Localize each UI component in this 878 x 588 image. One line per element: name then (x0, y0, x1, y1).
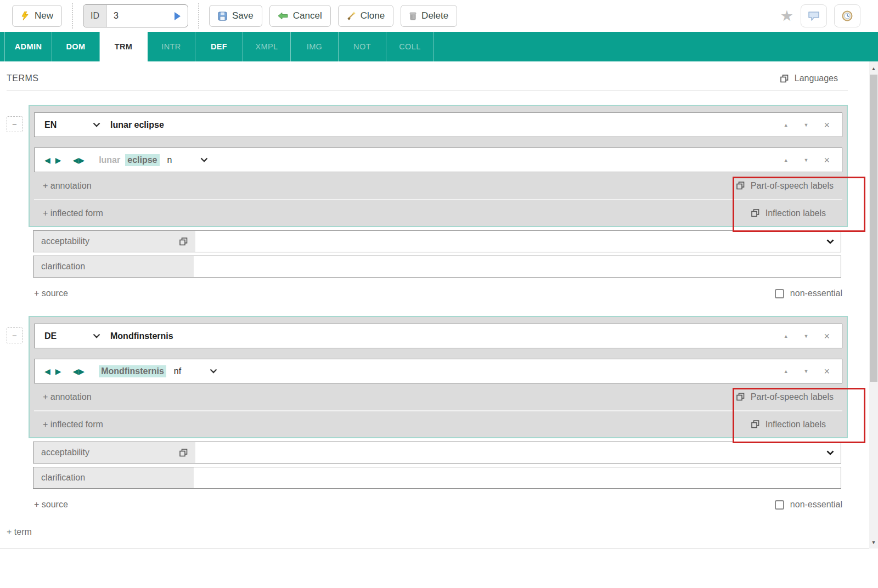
comments-button[interactable] (801, 4, 827, 27)
lemma-row: ◀ ▶ ◀ ▶ lunar eclipse n ▲ ▼ × (34, 148, 842, 172)
languages-link[interactable]: Languages (780, 74, 848, 83)
clone-button[interactable]: Clone (338, 5, 393, 27)
term-text-field[interactable]: Mondfinsternis (110, 331, 173, 341)
clarification-label-group: clarification (33, 256, 194, 277)
move-up-button[interactable]: ▲ (784, 333, 789, 339)
tab-dom[interactable]: DOM (52, 32, 100, 61)
nav-prev-icon[interactable]: ◀ (44, 156, 50, 165)
language-code: EN (44, 120, 57, 130)
tab-xmpl[interactable]: XMPL (243, 32, 291, 61)
pos-select[interactable] (200, 157, 208, 162)
move-up-button[interactable]: ▲ (784, 369, 789, 374)
lemma-display: Mondfinsternis nf (99, 365, 181, 377)
tab-coll[interactable]: COLL (386, 32, 434, 61)
new-button-label: New (35, 10, 53, 21)
chevron-down-icon[interactable] (826, 450, 841, 455)
pos-select[interactable] (210, 369, 217, 374)
acceptability-label: acceptability (41, 448, 89, 457)
row-controls: ▲ ▼ × (784, 155, 842, 165)
pos-labels-link[interactable]: Part-of-speech labels (736, 392, 842, 402)
move-down-button[interactable]: ▼ (804, 122, 809, 128)
toolbar-divider (198, 3, 199, 29)
boundary-prev-icon[interactable]: ◀ (73, 367, 79, 376)
language-select[interactable]: DE (44, 331, 100, 341)
nav-prev-icon[interactable]: ◀ (44, 367, 50, 376)
non-essential-checkbox[interactable] (775, 500, 784, 510)
magic-wand-icon (347, 12, 356, 20)
acceptability-select[interactable]: acceptability (33, 442, 841, 463)
next-entry-button[interactable] (172, 12, 188, 20)
scrollbar-thumb[interactable] (870, 75, 877, 382)
remove-button[interactable]: × (824, 155, 830, 165)
remove-button[interactable]: × (824, 366, 830, 376)
vertical-scrollbar[interactable]: ▲ ▼ (869, 61, 878, 549)
clarification-label-group: clarification (33, 467, 194, 488)
source-row: + source non-essential (34, 285, 842, 302)
non-essential-group: non-essential (775, 500, 842, 510)
tab-def[interactable]: DEF (195, 32, 243, 61)
move-up-button[interactable]: ▲ (784, 122, 789, 128)
clarification-input[interactable] (194, 467, 841, 488)
nav-next-icon[interactable]: ▶ (55, 156, 61, 165)
copy-icon (736, 182, 745, 190)
add-source-link[interactable]: + source (34, 289, 68, 298)
move-down-button[interactable]: ▼ (804, 369, 809, 374)
collapse-entry-button[interactable]: − (7, 116, 22, 132)
move-down-button[interactable]: ▼ (804, 157, 809, 163)
id-value-field[interactable]: 3 (107, 11, 172, 21)
tab-trm[interactable]: TRM (100, 32, 148, 61)
nav-next-icon[interactable]: ▶ (55, 367, 61, 376)
language-select[interactable]: EN (44, 120, 100, 130)
add-inflected-form-link[interactable]: + inflected form (43, 208, 103, 218)
non-essential-checkbox[interactable] (775, 289, 784, 298)
term-entry-en: − EN lunar eclipse ▲ ▼ × ◀ ▶ ◀ (29, 105, 848, 302)
copy-icon (736, 393, 745, 401)
play-icon (174, 12, 181, 20)
remove-button[interactable]: × (824, 120, 830, 130)
tab-intr[interactable]: INTR (148, 32, 195, 61)
term-text-field[interactable]: lunar eclipse (110, 120, 164, 130)
term-header-row: EN lunar eclipse ▲ ▼ × (34, 112, 842, 137)
add-term-link[interactable]: + term (7, 527, 45, 537)
boundary-prev-icon[interactable]: ◀ (73, 156, 79, 165)
lemma-row: ◀ ▶ ◀ ▶ Mondfinsternis nf ▲ ▼ × (34, 359, 842, 383)
scroll-down-arrow-icon[interactable]: ▼ (869, 540, 878, 545)
copy-icon (751, 420, 759, 428)
add-annotation-link[interactable]: + annotation (43, 392, 92, 402)
acceptability-label-group: acceptability (33, 442, 195, 463)
collapse-entry-button[interactable]: − (7, 327, 22, 343)
acceptability-select[interactable]: acceptability (33, 230, 841, 252)
chevron-down-icon[interactable] (826, 239, 841, 244)
history-button[interactable] (834, 4, 860, 27)
term-card: EN lunar eclipse ▲ ▼ × ◀ ▶ ◀ ▶ l (29, 105, 848, 227)
lemma-headword[interactable]: eclipse (125, 154, 159, 166)
inflection-labels-link[interactable]: Inflection labels (751, 208, 842, 218)
arrow-left-icon (278, 12, 288, 20)
tab-admin[interactable]: ADMIN (4, 32, 52, 61)
annotation-row: + annotation Part-of-speech labels (34, 172, 842, 199)
term-header-row: DE Mondfinsternis ▲ ▼ × (34, 324, 842, 348)
remove-button[interactable]: × (824, 331, 830, 341)
add-annotation-link[interactable]: + annotation (43, 181, 92, 191)
pos-labels-label: Part-of-speech labels (751, 392, 834, 402)
inflection-labels-link[interactable]: Inflection labels (751, 420, 842, 429)
boundary-next-icon[interactable]: ▶ (78, 367, 85, 376)
add-source-link[interactable]: + source (34, 500, 68, 510)
scroll-up-arrow-icon[interactable]: ▲ (869, 66, 878, 71)
tab-not[interactable]: NOT (339, 32, 386, 61)
pos-labels-link[interactable]: Part-of-speech labels (736, 181, 842, 191)
move-down-button[interactable]: ▼ (804, 333, 809, 339)
cancel-button[interactable]: Cancel (269, 5, 331, 27)
clarification-input[interactable] (194, 256, 841, 277)
lemma-headword[interactable]: Mondfinsternis (99, 365, 166, 377)
tab-img[interactable]: IMG (291, 32, 339, 61)
move-up-button[interactable]: ▲ (784, 157, 789, 163)
pos-labels-label: Part-of-speech labels (751, 181, 834, 191)
delete-button-label: Delete (421, 10, 448, 21)
delete-button[interactable]: Delete (401, 5, 457, 27)
boundary-next-icon[interactable]: ▶ (78, 156, 85, 165)
save-button[interactable]: Save (209, 5, 262, 27)
favorite-star-icon[interactable]: ★ (780, 9, 793, 24)
add-inflected-form-link[interactable]: + inflected form (43, 420, 103, 429)
new-button[interactable]: New (12, 5, 62, 27)
